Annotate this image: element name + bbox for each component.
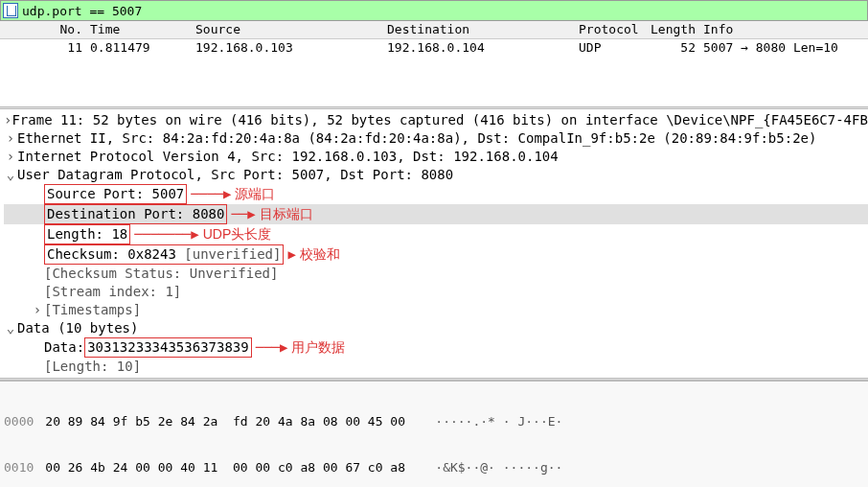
annotation-dstport: 目标端口: [260, 205, 313, 223]
tree-ethernet[interactable]: › Ethernet II, Src: 84:2a:fd:20:4a:8a (8…: [4, 129, 868, 148]
length-value: Length: 18: [44, 224, 130, 244]
col-hdr-src: Source: [195, 21, 387, 38]
annotation-length: UDP头长度: [203, 225, 272, 244]
stream-index-text: [Stream index: 1]: [44, 283, 181, 301]
annotation-checksum: 校验和: [300, 245, 340, 264]
cell-dst: 192.168.0.104: [387, 39, 579, 57]
cell-time: 0.811479: [90, 39, 195, 57]
srcport-value: Source Port: 5007: [44, 184, 187, 204]
hex-row[interactable]: 000020 89 84 9f b5 2e 84 2a fd 20 4a 8a …: [4, 414, 864, 429]
arrow-icon: ────▶: [191, 185, 231, 203]
annotation-userdata: 用户数据: [291, 338, 345, 357]
data-prefix: Data:: [44, 338, 84, 357]
tree-udp-stream[interactable]: [Stream index: 1]: [4, 283, 868, 301]
tree-udp-srcport[interactable]: Source Port: 5007 ────▶ 源端口: [4, 184, 868, 204]
dstport-value: Destination Port: 8080: [44, 204, 227, 224]
display-filter-input[interactable]: [22, 4, 865, 18]
tree-udp-text: User Datagram Protocol, Src Port: 5007, …: [17, 166, 453, 184]
arrow-icon: ───────▶: [134, 225, 198, 244]
packet-row[interactable]: 11 0.811479 192.168.0.103 192.168.0.104 …: [0, 39, 868, 57]
display-filter-bar[interactable]: [0, 0, 868, 21]
annotation-srcport: 源端口: [235, 185, 275, 203]
collapse-icon[interactable]: ⌄: [4, 319, 17, 337]
packet-details-tree[interactable]: › Frame 11: 52 bytes on wire (416 bits),…: [0, 109, 868, 378]
col-hdr-info: Info: [703, 21, 864, 38]
cell-proto: UDP: [579, 39, 646, 57]
data-bytes: 30313233343536373839: [84, 337, 252, 358]
expand-icon[interactable]: ›: [31, 301, 44, 319]
col-hdr-dst: Destination: [387, 21, 579, 38]
packet-list-blank: [0, 57, 868, 106]
tree-udp[interactable]: ⌄ User Datagram Protocol, Src Port: 5007…: [4, 166, 868, 184]
tree-udp-dstport[interactable]: Destination Port: 8080 ──▶ 目标端口: [4, 204, 868, 224]
tree-data-value[interactable]: Data: 30313233343536373839 ───▶ 用户数据: [4, 337, 868, 358]
tree-data[interactable]: ⌄ Data (10 bytes): [4, 319, 868, 337]
tree-data-length[interactable]: [Length: 10]: [4, 358, 868, 376]
cell-no: 11: [4, 39, 90, 57]
tree-ip[interactable]: › Internet Protocol Version 4, Src: 192.…: [4, 148, 868, 166]
bookmark-icon: [3, 3, 18, 18]
packet-list-header: No. Time Source Destination Protocol Len…: [0, 21, 868, 39]
tree-data-text: Data (10 bytes): [17, 319, 138, 337]
tree-udp-checksum-status[interactable]: [Checksum Status: Unverified]: [4, 265, 868, 283]
timestamps-text: [Timestamps]: [44, 301, 141, 319]
data-length-text: [Length: 10]: [44, 358, 141, 376]
hex-dump-pane[interactable]: 000020 89 84 9f b5 2e 84 2a fd 20 4a 8a …: [0, 381, 868, 487]
col-hdr-time: Time: [90, 21, 195, 38]
cell-info: 5007 → 8080 Len=10: [703, 39, 864, 57]
hex-row[interactable]: 001000 26 4b 24 00 00 40 11 00 00 c0 a8 …: [4, 460, 864, 475]
tree-frame[interactable]: › Frame 11: 52 bytes on wire (416 bits),…: [4, 111, 868, 129]
checksum-status-text: [Checksum Status: Unverified]: [44, 265, 278, 283]
tree-udp-checksum[interactable]: Checksum: 0x8243 [unverified] ▶ 校验和: [4, 244, 868, 265]
cell-src: 192.168.0.103: [195, 39, 387, 57]
expand-icon[interactable]: ›: [4, 129, 17, 148]
expand-icon[interactable]: ›: [4, 111, 11, 129]
arrow-icon: ───▶: [256, 338, 288, 357]
col-hdr-len: Length: [646, 21, 703, 38]
col-hdr-proto: Protocol: [579, 21, 646, 38]
tree-frame-text: Frame 11: 52 bytes on wire (416 bits), 5…: [11, 111, 868, 129]
tree-udp-length[interactable]: Length: 18 ───────▶ UDP头长度: [4, 224, 868, 244]
expand-icon[interactable]: ›: [4, 148, 17, 166]
tree-udp-timestamps[interactable]: › [Timestamps]: [4, 301, 868, 319]
arrow-icon: ──▶: [231, 205, 255, 223]
collapse-icon[interactable]: ⌄: [4, 166, 17, 184]
checksum-value: Checksum: 0x8243 [unverified]: [44, 244, 284, 265]
arrow-icon: ▶: [287, 245, 295, 264]
tree-eth-text: Ethernet II, Src: 84:2a:fd:20:4a:8a (84:…: [17, 129, 816, 148]
tree-ip-text: Internet Protocol Version 4, Src: 192.16…: [17, 148, 559, 166]
cell-len: 52: [646, 39, 703, 57]
col-hdr-no: No.: [4, 21, 90, 38]
